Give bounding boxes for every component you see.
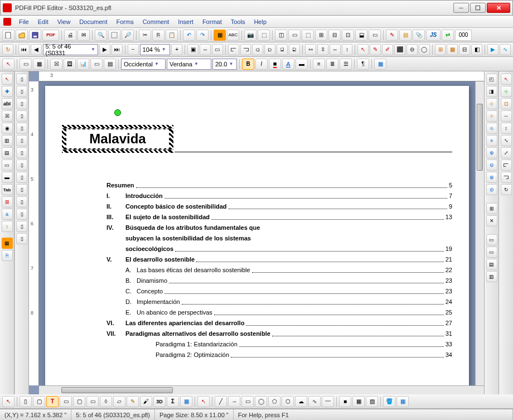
doc13-icon[interactable]: ▯	[16, 221, 27, 232]
new-icon[interactable]	[2, 30, 14, 41]
close-button[interactable]: ✕	[487, 3, 510, 13]
counter-badge[interactable]: 000	[455, 30, 472, 41]
b-panel-icon[interactable]: ▦	[396, 396, 409, 407]
search-icon[interactable]: 🔍	[95, 30, 107, 41]
scan-icon[interactable]: ⬚	[258, 30, 270, 41]
align-center-h-icon[interactable]: ⫎	[240, 44, 251, 55]
erase-icon[interactable]: ⊖	[406, 44, 418, 55]
b-text-icon[interactable]: ▯	[20, 396, 32, 407]
page-viewport[interactable]: Malavida Resumen5I.Introducción7II.Conce…	[39, 81, 475, 385]
shape1-icon[interactable]: ◯	[419, 44, 430, 55]
curve-icon[interactable]: ∿	[500, 44, 511, 55]
r12-icon[interactable]: ✕	[486, 215, 497, 226]
maximize-button[interactable]: ☐	[470, 3, 486, 13]
checkbox-tool-icon[interactable]: ☒	[2, 110, 13, 122]
frame2-icon[interactable]: ▦	[33, 59, 45, 70]
align-left-icon[interactable]: ⫍	[228, 44, 239, 55]
grid2-icon[interactable]: ▦	[447, 44, 458, 55]
menu-document[interactable]: Document	[75, 17, 112, 26]
r9-icon[interactable]: ⊗	[486, 172, 497, 183]
select-icon[interactable]: ↖	[2, 59, 14, 70]
pointer-icon[interactable]: ↖	[357, 44, 369, 55]
r7-icon[interactable]: ⊕	[486, 147, 497, 158]
zoom-out-icon[interactable]: −	[128, 44, 139, 55]
b-poly1-icon[interactable]: ⬠	[268, 396, 280, 407]
marker-icon[interactable]: ✐	[382, 44, 393, 55]
copy-icon[interactable]: ⎘	[152, 30, 164, 41]
r15-icon[interactable]: ▤	[486, 259, 497, 270]
b-cloud-icon[interactable]: ☁	[295, 396, 307, 407]
dist-v-icon[interactable]: ⇳	[317, 44, 328, 55]
fit-width-icon[interactable]: ↔	[200, 44, 211, 55]
font-color-icon[interactable]: A	[282, 59, 294, 70]
b-box2-icon[interactable]: ▢	[73, 396, 85, 407]
sig-tool-icon[interactable]: ▬	[2, 172, 13, 183]
refresh-icon[interactable]: ↻	[2, 44, 13, 55]
zoom-selector[interactable]: 104 %▼	[140, 44, 171, 55]
save-icon[interactable]	[29, 30, 41, 41]
button-tool-icon[interactable]: ▭	[2, 160, 13, 171]
image-icon[interactable]: 🖼	[64, 59, 76, 70]
menu-help[interactable]: Help	[249, 17, 271, 26]
box-icon[interactable]: ▭	[90, 59, 103, 70]
play-icon[interactable]: ▶	[487, 44, 499, 55]
doc14-icon[interactable]: ▯	[16, 233, 27, 244]
rr10-icon[interactable]: ↻	[501, 184, 512, 195]
chart-icon[interactable]: 📊	[77, 59, 89, 70]
b-text-tool-icon[interactable]: T	[46, 396, 59, 407]
cursor-icon[interactable]: ↖	[2, 74, 13, 85]
r3-icon[interactable]: ⊹	[486, 98, 497, 109]
grid1-icon[interactable]: ⊞	[435, 44, 446, 55]
align-center-text-icon[interactable]: ≣	[326, 59, 338, 70]
export-pdf-icon[interactable]: PDF	[42, 30, 59, 41]
doc12-icon[interactable]: ▯	[16, 209, 27, 220]
r2-icon[interactable]: ◨	[486, 86, 497, 97]
prev-page-icon[interactable]: ◀	[31, 44, 42, 55]
doc5-icon[interactable]: ▯	[16, 123, 27, 134]
b-bucket-icon[interactable]: 🪣	[383, 396, 395, 407]
r10-icon[interactable]: ⊘	[486, 184, 497, 195]
paste-icon[interactable]: 📋	[166, 30, 178, 41]
checkbox-icon[interactable]: ☒	[50, 59, 62, 70]
b-oval-icon[interactable]: ◯	[255, 396, 267, 407]
align-top-icon[interactable]: ⫐	[264, 44, 275, 55]
b-brush-icon[interactable]: 🖌	[140, 396, 152, 407]
tool-e-icon[interactable]: ⊟	[328, 30, 341, 41]
edit-icon[interactable]: ✎	[370, 44, 381, 55]
rr7-icon[interactable]: ⤢	[501, 147, 512, 158]
r6-icon[interactable]: ⎆	[486, 135, 497, 146]
zoom-icon[interactable]: 🔎	[122, 30, 134, 41]
rr5-icon[interactable]: ↕	[501, 123, 512, 134]
doc9-icon[interactable]: ▯	[16, 172, 27, 183]
redo-icon[interactable]: ↷	[196, 30, 209, 41]
b-line-icon[interactable]: ╱	[215, 396, 227, 407]
attach-icon[interactable]: 📎	[413, 30, 425, 41]
rr6-icon[interactable]: ⤡	[501, 135, 512, 146]
grid4-icon[interactable]: ◧	[471, 44, 482, 55]
rr1-icon[interactable]: ↖	[501, 74, 512, 85]
scrollbar-vertical[interactable]	[475, 81, 484, 385]
doc4-icon[interactable]: ▯	[16, 110, 27, 122]
print-icon[interactable]: 🖨	[64, 30, 76, 41]
menu-insert[interactable]: Insert	[173, 17, 198, 26]
b-fill2-icon[interactable]: ▦	[352, 396, 365, 407]
b-box5-icon[interactable]: ▱	[113, 396, 125, 407]
copy-side-icon[interactable]: ⎘	[2, 250, 13, 261]
r1-icon[interactable]: ◰	[486, 74, 497, 85]
paragraph-icon[interactable]: ¶	[357, 59, 369, 70]
tool-g-icon[interactable]: ⬓	[355, 30, 367, 41]
grid3-icon[interactable]: ⊟	[459, 44, 470, 55]
link-icon[interactable]: ⇄	[442, 30, 454, 41]
doc1-icon[interactable]: ▯	[16, 74, 27, 85]
highlight-tool-icon[interactable]: ▦	[214, 30, 226, 41]
menu-comment[interactable]: Comment	[138, 17, 174, 26]
italic-button[interactable]: I	[255, 59, 268, 70]
r16-icon[interactable]: ▥	[486, 271, 497, 282]
undo-icon[interactable]: ↶	[183, 30, 195, 41]
js-button[interactable]: JS	[426, 30, 441, 41]
r13-icon[interactable]: ▭	[486, 234, 497, 245]
selected-side-tool-icon[interactable]: ▦	[2, 238, 13, 249]
b-fill1-icon[interactable]: ■	[339, 396, 351, 407]
open-icon[interactable]	[16, 30, 28, 41]
a-tool-icon[interactable]: a	[2, 209, 13, 220]
